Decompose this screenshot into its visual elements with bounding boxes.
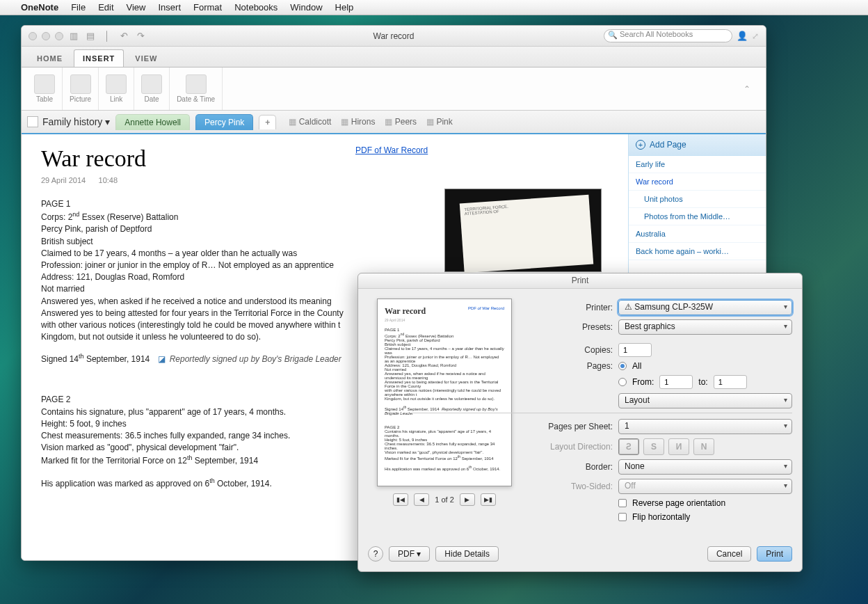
tab-insert[interactable]: INSERT	[74, 49, 124, 67]
page-list-item[interactable]: Unit photos	[629, 191, 766, 208]
flip-label: Flip horizontally	[632, 512, 690, 522]
last-page-button[interactable]: ▶▮	[481, 493, 496, 506]
quick-links: Caldicott Hirons Peers Pink	[289, 117, 452, 127]
ribbon-table[interactable]: Table	[27, 67, 63, 110]
ribbon-picture[interactable]: Picture	[63, 67, 99, 110]
page-list-item[interactable]: Australia	[629, 225, 766, 243]
notebook-icon[interactable]	[27, 116, 38, 127]
label-pps: Pages per Sheet:	[531, 422, 613, 431]
menu-edit[interactable]: Edit	[98, 2, 113, 13]
page-list-item[interactable]: Back home again – worki…	[629, 243, 766, 260]
to-input[interactable]	[714, 375, 747, 389]
page-indicator: 1 of 2	[435, 495, 454, 504]
plus-icon: +	[636, 140, 645, 150]
presets-select[interactable]: Best graphics	[618, 319, 792, 335]
print-settings: Printer: ⚠ Samsung CLP-325W Presets: Bes…	[531, 299, 792, 526]
quick-link[interactable]: Peers	[385, 117, 417, 127]
menu-insert[interactable]: Insert	[158, 2, 181, 13]
tab-home[interactable]: HOME	[29, 50, 71, 67]
ribbon-link[interactable]: Link	[99, 67, 134, 110]
page-date: 29 April 2014 10:48	[41, 176, 609, 184]
pdf-button[interactable]: PDF ▾	[389, 546, 430, 562]
first-page-button[interactable]: ▮◀	[393, 493, 408, 506]
section-tab-green[interactable]: Annette Howell	[115, 114, 190, 130]
menu-format[interactable]: Format	[193, 2, 222, 13]
cancel-button[interactable]: Cancel	[707, 546, 751, 562]
table-icon	[34, 74, 55, 94]
copies-input[interactable]	[618, 343, 652, 357]
quick-link[interactable]: Caldicott	[289, 117, 331, 127]
window-titlebar: ▥ ▤ │ ↶ ↷ War record Search All Notebook…	[22, 26, 766, 47]
print-button[interactable]: Print	[757, 546, 792, 562]
menu-app-name[interactable]: OneNote	[21, 2, 58, 13]
mac-menubar: OneNote File Edit View Insert Format Not…	[0, 0, 868, 15]
print-dialog: Print PDF of War Record War record 29 Ap…	[357, 273, 803, 572]
label-direction: Layout Direction:	[531, 442, 613, 452]
territorial-force-document: TERRITORIAL FORCE.ATTESTATION OF	[460, 195, 594, 273]
menu-help[interactable]: Help	[335, 2, 354, 13]
direction-option-1[interactable]: Ƨ	[618, 438, 639, 455]
pages-range-radio[interactable]	[618, 378, 627, 386]
flip-checkbox[interactable]	[618, 513, 627, 521]
quick-link[interactable]: Hirons	[341, 117, 375, 127]
pps-select[interactable]: 1	[618, 419, 792, 434]
pages-all-label: All	[632, 361, 641, 371]
collapse-ribbon-icon[interactable]: ⌃	[744, 84, 760, 94]
dialog-footer: ? PDF ▾ Hide Details Cancel Print	[368, 546, 792, 562]
label-presets: Presets:	[531, 322, 613, 332]
print-preview: PDF of War Record War record 29 April 20…	[377, 299, 512, 486]
ribbon-date[interactable]: Date	[134, 67, 170, 110]
date-icon	[141, 74, 162, 94]
ribbon-tabs: HOME INSERT VIEW	[22, 47, 766, 67]
reverse-label: Reverse page orientation	[632, 498, 725, 508]
from-input[interactable]	[659, 375, 693, 389]
page-title[interactable]: War record	[41, 145, 609, 172]
pdf-link[interactable]: PDF of War Record	[355, 145, 428, 155]
direction-option-2[interactable]: S	[643, 438, 664, 455]
menu-notebooks[interactable]: Notebooks	[234, 2, 278, 13]
ribbon-datetime[interactable]: Date & Time	[170, 67, 223, 110]
menu-file[interactable]: File	[71, 2, 86, 13]
picture-icon	[70, 74, 91, 94]
prev-page-button[interactable]: ◀	[414, 493, 429, 506]
reverse-checkbox[interactable]	[618, 499, 627, 507]
border-select[interactable]: None	[618, 459, 792, 475]
tab-view[interactable]: VIEW	[127, 50, 166, 67]
dialog-title: Print	[358, 273, 802, 289]
pages-all-radio[interactable]	[618, 362, 627, 370]
label-copies: Copies:	[531, 345, 613, 355]
preview-pager: ▮◀ ◀ 1 of 2 ▶ ▶▮	[368, 493, 521, 506]
hide-details-button[interactable]: Hide Details	[435, 546, 499, 562]
note-tag[interactable]: Reportedly signed up by Boy's Brigade Le…	[158, 353, 341, 365]
notebook-bar: Family history ▾ Annette Howell Percy Pi…	[22, 111, 766, 134]
section-select[interactable]: Layout	[618, 393, 792, 408]
layout-direction: Ƨ S И N	[618, 438, 714, 455]
printer-select[interactable]: ⚠ Samsung CLP-325W	[618, 300, 792, 315]
label-twosided: Two-Sided:	[531, 482, 613, 491]
datetime-icon	[186, 74, 207, 94]
section-tab-blue[interactable]: Percy Pink	[195, 114, 253, 130]
quick-link[interactable]: Pink	[426, 117, 453, 127]
twosided-select[interactable]: Off	[618, 479, 792, 494]
menu-view[interactable]: View	[127, 2, 146, 13]
label-pages: Pages:	[531, 361, 613, 371]
notebook-name[interactable]: Family history ▾	[42, 116, 110, 127]
ribbon: Table Picture Link Date Date & Time ⌃	[22, 67, 766, 111]
next-page-button[interactable]: ▶	[460, 493, 475, 506]
page-list-item[interactable]: Photos from the Middle…	[629, 208, 766, 225]
label-printer: Printer:	[531, 303, 613, 312]
help-button[interactable]: ?	[368, 546, 383, 562]
add-section-button[interactable]: +	[259, 115, 276, 129]
embedded-image[interactable]: TERRITORIAL FORCE.ATTESTATION OF	[444, 189, 602, 272]
direction-option-4[interactable]: N	[693, 438, 714, 455]
search-input[interactable]: Search All Notebooks	[604, 29, 732, 42]
menu-window[interactable]: Window	[290, 2, 322, 13]
link-icon	[106, 74, 127, 94]
to-label: to:	[698, 377, 707, 387]
add-page-button[interactable]: +Add Page	[629, 134, 766, 156]
page-list-item[interactable]: Early life	[629, 156, 766, 173]
from-label: From:	[632, 377, 654, 387]
page-list-item[interactable]: War record	[629, 173, 766, 191]
label-border: Border:	[531, 462, 613, 472]
direction-option-3[interactable]: И	[668, 438, 689, 455]
